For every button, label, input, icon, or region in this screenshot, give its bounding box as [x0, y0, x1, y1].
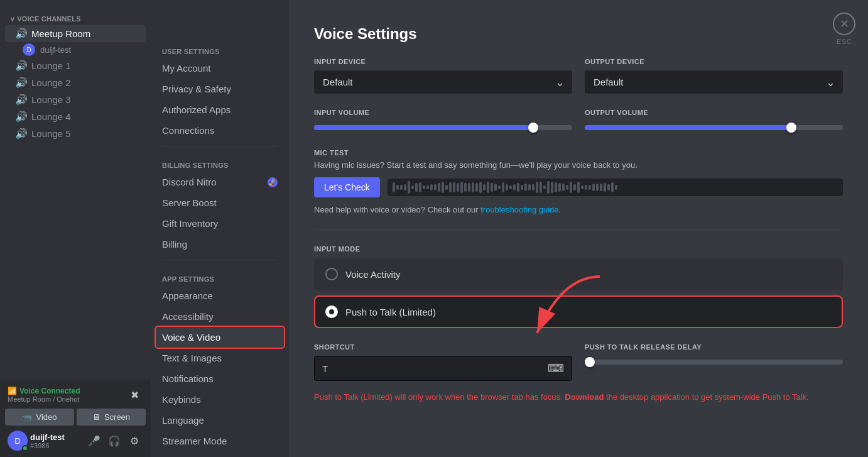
device-row: INPUT DEVICE Default ⌄ OUTPUT DEVICE Def… — [314, 58, 843, 94]
settings-item-connections[interactable]: Connections — [156, 120, 284, 141]
channel-name: Meetup Room — [31, 28, 90, 39]
main-content: ✕ ESC Voice Settings INPUT DEVICE Defaul… — [289, 0, 868, 457]
phone-icon: ✖ — [131, 389, 139, 401]
download-link[interactable]: Download — [565, 392, 604, 402]
settings-item-label: Discord Nitro — [162, 177, 217, 187]
voice-icon: 🔊 — [15, 60, 28, 72]
slider-thumb[interactable] — [786, 123, 796, 133]
input-mode-section: INPUT MODE Voice Activity Push to Talk (… — [314, 245, 843, 328]
slider-track — [314, 125, 572, 130]
voice-activity-label: Voice Activity — [345, 269, 401, 280]
output-device-select-wrapper: Default ⌄ — [585, 70, 843, 94]
settings-item-gift-inventory[interactable]: Gift Inventory — [156, 213, 284, 234]
settings-item-server-boost[interactable]: Server Boost — [156, 192, 284, 213]
output-volume-slider[interactable] — [585, 121, 843, 134]
voice-icon: 🔊 — [15, 28, 28, 40]
channel-item-lounge1[interactable]: 🔊 Lounge 1 — [5, 57, 146, 74]
settings-item-label: Accessibility — [162, 311, 214, 322]
app-settings-title: APP SETTINGS — [156, 265, 284, 285]
output-volume-group: OUTPUT VOLUME — [585, 109, 843, 134]
settings-item-billing[interactable]: Billing — [156, 234, 284, 255]
voice-channel-name: Meetup Room / Onehot — [8, 395, 80, 403]
troubleshoot-link[interactable]: troubleshooting guide — [480, 205, 558, 214]
divider — [162, 146, 278, 146]
meter-bars — [388, 179, 843, 196]
settings-nav: USER SETTINGS My Account Privacy & Safet… — [151, 0, 289, 457]
settings-item-label: Voice & Video — [162, 332, 220, 343]
mic-test-description: Having mic issues? Start a test and say … — [314, 160, 843, 170]
divider — [162, 260, 278, 260]
settings-item-my-account[interactable]: My Account — [156, 58, 284, 79]
online-indicator — [22, 445, 28, 451]
settings-item-notifications[interactable]: Notifications — [156, 368, 284, 389]
settings-item-label: My Account — [162, 63, 211, 74]
settings-item-privacy-safety[interactable]: Privacy & Safety — [156, 79, 284, 99]
input-device-select[interactable]: Default — [314, 70, 572, 94]
input-device-label: INPUT DEVICE — [314, 58, 572, 65]
nitro-badge: 🚀 — [268, 177, 278, 187]
settings-item-advanced[interactable]: Advanced — [156, 451, 284, 457]
output-device-select[interactable]: Default — [585, 70, 843, 94]
warning-text: Push to Talk (Limited) will only work wh… — [314, 391, 843, 404]
video-button[interactable]: 📹 Video — [5, 409, 74, 426]
screen-icon: 🖥 — [92, 412, 100, 422]
settings-item-accessibility[interactable]: Accessibility — [156, 306, 284, 327]
headphone-button[interactable]: 🎧 — [106, 432, 123, 449]
close-button[interactable]: ✕ — [833, 13, 855, 35]
channel-name: Lounge 4 — [31, 111, 71, 122]
settings-item-label: Server Boost — [162, 197, 217, 208]
settings-button[interactable]: ⚙ — [126, 432, 143, 449]
slider-track — [585, 125, 843, 130]
input-device-group: INPUT DEVICE Default ⌄ — [314, 58, 572, 94]
settings-item-streamer-mode[interactable]: Streamer Mode — [156, 431, 284, 451]
input-volume-slider[interactable] — [314, 121, 572, 134]
phone-icon-btn[interactable]: ✖ — [126, 386, 143, 404]
settings-item-label: Keybinds — [162, 394, 201, 405]
troubleshoot-pre: Need help with voice or video? Check out… — [314, 205, 480, 214]
push-to-talk-label: Push to Talk (Limited) — [345, 307, 436, 317]
settings-item-appearance[interactable]: Appearance — [156, 285, 284, 306]
settings-item-text-images[interactable]: Text & Images — [156, 348, 284, 368]
ptt-delay-slider[interactable] — [585, 356, 843, 368]
shortcut-input[interactable]: T ⌨ — [314, 356, 572, 381]
slider-thumb[interactable] — [528, 123, 538, 133]
sub-user[interactable]: D duijf-test — [5, 42, 146, 57]
voice-icon: 🔊 — [15, 77, 28, 89]
channel-name: Lounge 3 — [31, 94, 71, 105]
screen-button[interactable]: 🖥 Screen — [77, 409, 146, 426]
voice-icon: 🔊 — [15, 128, 28, 140]
settings-item-voice-video[interactable]: Voice & Video — [156, 327, 284, 348]
mic-button[interactable]: 🎤 — [85, 432, 103, 449]
slider-thumb[interactable] — [585, 357, 595, 367]
lets-check-button[interactable]: Let's Check — [314, 177, 380, 197]
radio-circle-filled — [325, 306, 338, 318]
voice-activity-option[interactable]: Voice Activity — [314, 258, 843, 290]
push-to-talk-option[interactable]: Push to Talk (Limited) — [314, 295, 843, 328]
troubleshoot-text: Need help with voice or video? Check out… — [314, 205, 843, 214]
category-label: VOICE CHANNELS — [17, 15, 80, 23]
mic-test-row: Let's Check — [314, 177, 843, 197]
radio-options: Voice Activity Push to Talk (Limited) — [314, 258, 843, 328]
video-label: Video — [36, 412, 57, 422]
mic-test-label: MIC TEST — [314, 149, 843, 157]
settings-item-language[interactable]: Language — [156, 410, 284, 431]
channel-item-meetup-room[interactable]: 🔊 Meetup Room — [5, 25, 146, 42]
shortcut-key: T — [322, 363, 328, 374]
settings-item-authorized-apps[interactable]: Authorized Apps — [156, 99, 284, 120]
signal-icon: 📶 — [8, 387, 17, 395]
sub-user-avatar: D — [23, 43, 35, 56]
user-settings-title: USER SETTINGS — [156, 38, 284, 58]
channel-item-lounge5[interactable]: 🔊 Lounge 5 — [5, 125, 146, 142]
channel-item-lounge2[interactable]: 🔊 Lounge 2 — [5, 74, 146, 91]
settings-item-keybinds[interactable]: Keybinds — [156, 389, 284, 410]
settings-item-label: Gift Inventory — [162, 218, 218, 229]
display-name: duijf-test — [30, 432, 83, 442]
mic-test-section: MIC TEST Having mic issues? Start a test… — [314, 149, 843, 230]
channel-item-lounge4[interactable]: 🔊 Lounge 4 — [5, 108, 146, 125]
channel-item-lounge3[interactable]: 🔊 Lounge 3 — [5, 91, 146, 108]
sub-user-name: duijf-test — [40, 45, 71, 55]
channel-name: Lounge 1 — [31, 60, 71, 71]
settings-item-discord-nitro[interactable]: Discord Nitro 🚀 — [156, 172, 284, 192]
input-device-select-wrapper: Default ⌄ — [314, 70, 572, 94]
voice-connected-bar: 📶 Voice Connected Meetup Room / Onehot ✖ — [5, 385, 146, 405]
